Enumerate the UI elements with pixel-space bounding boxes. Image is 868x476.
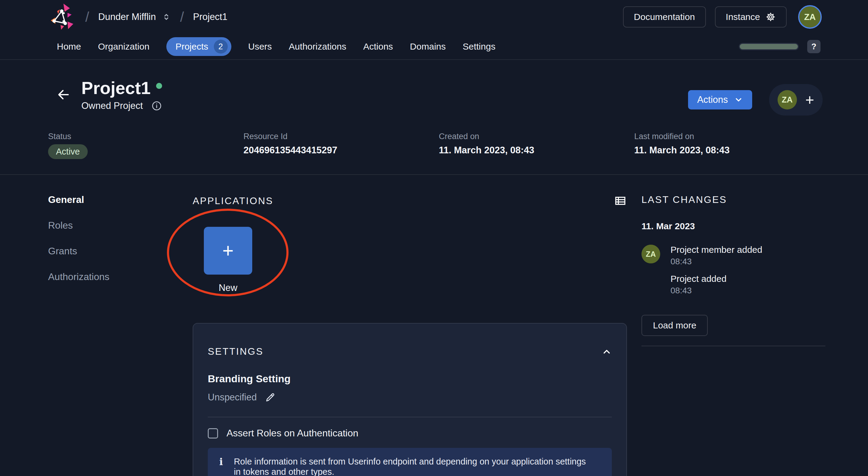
back-arrow-icon[interactable] xyxy=(57,88,70,102)
settings-divider xyxy=(208,417,612,417)
list-item: Project added 08:43 xyxy=(671,274,763,295)
org-switcher-unfold-icon[interactable] xyxy=(162,12,171,22)
new-application-card: + New xyxy=(204,227,252,293)
new-application-label: New xyxy=(204,282,252,293)
resource-id-label: Resource Id xyxy=(244,132,439,141)
meta-status: Status Active xyxy=(48,132,244,159)
project-type-label: Owned Project xyxy=(81,100,143,111)
tab-settings[interactable]: Settings xyxy=(463,41,495,52)
role-info-banner: ℹ Role information is sent from Userinfo… xyxy=(208,448,612,476)
breadcrumb-separator: / xyxy=(180,9,184,25)
assert-roles-row: Assert Roles on Authentication xyxy=(208,427,612,439)
new-application-button[interactable]: + xyxy=(204,227,252,275)
project-side-nav: General Roles Grants Authorizations xyxy=(48,194,193,476)
modified-on-label: Last modified on xyxy=(634,132,830,141)
tab-domains[interactable]: Domains xyxy=(410,41,445,52)
top-bar: / Dunder Mifflin / Project1 Documentatio… xyxy=(0,0,868,60)
active-status-dot-icon xyxy=(156,83,162,89)
tab-home[interactable]: Home xyxy=(57,41,81,52)
branding-setting-value: Unspecified xyxy=(208,392,257,403)
settings-card: SETTINGS Branding Setting Unspecified xyxy=(193,323,627,476)
tab-authorizations[interactable]: Authorizations xyxy=(289,41,346,52)
change-title: Project member added xyxy=(671,245,763,255)
edit-pencil-icon[interactable] xyxy=(265,392,276,403)
help-button[interactable]: ? xyxy=(807,40,820,53)
instance-button-label: Instance xyxy=(726,12,760,22)
members-pill: ZA + xyxy=(769,84,823,116)
assert-roles-label: Assert Roles on Authentication xyxy=(226,427,359,439)
top-bar-row-main: / Dunder Mifflin / Project1 Documentatio… xyxy=(0,0,868,34)
status-label: Status xyxy=(48,132,244,141)
tab-projects-label: Projects xyxy=(176,41,208,52)
content-area: General Roles Grants Authorizations APPL… xyxy=(0,175,868,476)
change-time: 08:43 xyxy=(671,286,763,295)
changes-group: ZA Project member added 08:43 Project ad… xyxy=(642,245,831,295)
zitadel-logo-icon[interactable] xyxy=(49,3,76,31)
status-badge: Active xyxy=(48,144,88,159)
changes-date: 11. Mar 2023 xyxy=(642,221,831,231)
page-title: Project1 xyxy=(81,78,151,98)
created-on-value: 11. March 2023, 08:43 xyxy=(439,145,634,156)
chevron-up-icon[interactable] xyxy=(601,347,612,357)
project-header-top: Project1 Owned Project Actions xyxy=(0,60,868,116)
onboarding-progress-bar xyxy=(739,43,799,50)
last-changes-panel: LAST CHANGES 11. Mar 2023 ZA Project mem… xyxy=(642,194,831,476)
sidebar-item-roles[interactable]: Roles xyxy=(48,220,73,231)
branding-setting-row: Unspecified xyxy=(208,392,612,403)
table-view-icon[interactable] xyxy=(614,195,627,207)
actions-dropdown-label: Actions xyxy=(697,94,728,105)
gear-icon xyxy=(766,12,776,22)
project-meta-row: Status Active Resource Id 20469613544341… xyxy=(0,132,868,159)
chevron-down-icon xyxy=(734,95,743,104)
tab-actions[interactable]: Actions xyxy=(363,41,393,52)
user-avatar[interactable]: ZA xyxy=(798,5,822,29)
documentation-button-label: Documentation xyxy=(634,12,695,22)
modified-on-value: 11. March 2023, 08:43 xyxy=(634,145,830,156)
meta-resource-id: Resource Id 204696135443415297 xyxy=(244,132,439,159)
header-actions: Actions ZA + xyxy=(688,84,823,116)
breadcrumb-separator: / xyxy=(85,9,89,25)
instance-button[interactable]: Instance xyxy=(715,6,787,28)
projects-count-badge: 2 xyxy=(214,40,228,54)
sidebar-item-authorizations[interactable]: Authorizations xyxy=(48,271,110,282)
change-time: 08:43 xyxy=(671,257,763,266)
change-title: Project added xyxy=(671,274,763,284)
applications-heading: APPLICATIONS xyxy=(193,195,273,207)
load-more-button[interactable]: Load more xyxy=(642,315,708,336)
meta-created-on: Created on 11. March 2023, 08:43 xyxy=(439,132,634,159)
applications-header-row: APPLICATIONS xyxy=(193,194,627,208)
branding-setting-title: Branding Setting xyxy=(208,373,612,385)
member-avatar[interactable]: ZA xyxy=(778,90,797,109)
changes-list: Project member added 08:43 Project added… xyxy=(671,245,763,295)
tab-organization[interactable]: Organization xyxy=(98,41,149,52)
sidebar-item-grants[interactable]: Grants xyxy=(48,246,77,257)
tab-users[interactable]: Users xyxy=(248,41,272,52)
main-column: APPLICATIONS + New SETTINGS xyxy=(193,194,627,476)
project-header: Project1 Owned Project Actions xyxy=(0,60,868,175)
meta-modified-on: Last modified on 11. March 2023, 08:43 xyxy=(634,132,830,159)
breadcrumb-org[interactable]: Dunder Mifflin xyxy=(98,11,156,22)
assert-roles-checkbox[interactable] xyxy=(208,428,218,439)
add-member-button[interactable]: + xyxy=(805,91,814,108)
settings-heading: SETTINGS xyxy=(208,346,264,357)
tab-projects[interactable]: Projects 2 xyxy=(166,37,231,56)
info-circle-icon[interactable] xyxy=(151,100,162,111)
title-block: Project1 Owned Project xyxy=(81,78,162,111)
role-info-text: Role information is sent from Userinfo e… xyxy=(234,456,594,476)
documentation-button[interactable]: Documentation xyxy=(623,6,706,28)
main-nav: Home Organization Projects 2 Users Autho… xyxy=(0,34,868,60)
created-on-label: Created on xyxy=(439,132,634,141)
settings-card-header: SETTINGS xyxy=(208,346,612,357)
resource-id-value: 204696135443415297 xyxy=(244,145,439,156)
list-item: Project member added 08:43 xyxy=(671,245,763,266)
last-changes-heading: LAST CHANGES xyxy=(642,194,831,205)
panel-divider xyxy=(642,346,825,346)
breadcrumb-project[interactable]: Project1 xyxy=(193,11,227,22)
change-author-avatar: ZA xyxy=(642,245,660,263)
actions-dropdown-button[interactable]: Actions xyxy=(688,90,752,109)
info-icon: ℹ xyxy=(219,456,223,467)
sidebar-item-general[interactable]: General xyxy=(48,194,84,205)
